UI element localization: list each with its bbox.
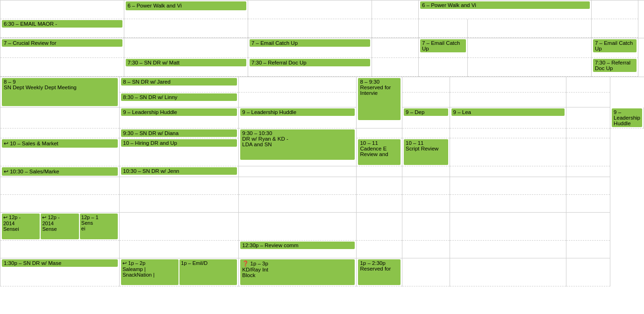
event-dr-ryan-kd[interactable]: 9:30 – 10:30DR w/ Ryan & KD -LDA and SN <box>240 129 355 160</box>
cell-e2c6 <box>450 194 566 212</box>
event-9-dep[interactable]: 9 – Dep <box>404 108 448 116</box>
event-sales-marke-2[interactable]: ↩ 10:30 – Sales/Marke <box>2 167 118 176</box>
table-row-8: 8 – 9SN Dept Weekly Dept Meeting 8 – SN … <box>0 77 644 93</box>
event-kd-ray[interactable]: ❓ 1p – 3pKD/Ray IntBlock <box>240 259 355 285</box>
cell-r8c7 <box>566 138 610 166</box>
event-referral-doc-1[interactable]: 7:30 – Referral Doc Up <box>250 59 370 66</box>
cell-sn-dr-jenn[interactable]: 10:30 – SN DR w/ Jenn <box>120 166 239 177</box>
cell-r9c4 <box>357 166 402 177</box>
cell-r1c2[interactable]: 6 – Power Walk and Vi <box>124 0 248 19</box>
cell-script-review[interactable]: 10 – 11Script Review <box>402 138 450 166</box>
event-leadership-huddle-1[interactable]: 9 – Leadership Huddle <box>121 108 237 116</box>
cell-sn-dept-weekly[interactable]: 8 – 9SN Dept Weekly Dept Meeting <box>0 77 120 107</box>
cell-r6c1 <box>0 107 120 128</box>
cell-r4c3[interactable]: 7:30 – Referral Doc Up <box>248 58 372 77</box>
event-sn-dr-jenn[interactable]: 10:30 – SN DR w/ Jenn <box>121 167 237 175</box>
cell-r2c6 <box>468 19 592 38</box>
cell-r12c2 <box>120 212 239 240</box>
cell-r1c1 <box>0 0 124 19</box>
cell-r1c4 <box>372 0 419 19</box>
cell-r3c4 <box>372 38 419 58</box>
cell-e1c4 <box>357 177 402 194</box>
cell-r4c7[interactable]: 7:30 – Referral Doc Up <box>592 58 638 77</box>
event-sn-dr-linny[interactable]: 8:30 – SN DR w/ Linny <box>121 93 237 101</box>
event-email-maor[interactable]: 6:30 – EMAIL MAOR - <box>2 20 122 28</box>
event-1p-saleamp[interactable]: ↩ 1p – 2pSaleamp |SnackNation | <box>121 259 179 285</box>
event-leadership-huddle-2[interactable]: 9 – Leadership Huddle <box>240 108 355 116</box>
cell-e2c4 <box>357 194 402 212</box>
cell-r3c5[interactable]: 7 – Email Catch Up <box>419 38 468 58</box>
event-script-review[interactable]: 10 – 11Script Review <box>404 139 448 165</box>
cell-9-lea[interactable]: 9 – Lea <box>450 107 566 128</box>
event-power-walk-2[interactable]: 6 – Power Walk and Vi <box>420 1 590 9</box>
event-12p-2014-sensei-2[interactable]: ↩ 12p -2014Sense <box>41 214 79 239</box>
cell-e2c7 <box>566 194 610 212</box>
event-power-walk-1[interactable]: 6 – Power Walk and Vi <box>126 1 246 10</box>
cell-sales-marke-2[interactable]: ↩ 10:30 – Sales/Marke <box>0 166 120 177</box>
table-row-12: ↩ 12p -2014Sensei ↩ 12p -2014Sense 12p –… <box>0 212 644 240</box>
cell-reserved-interview[interactable]: 8 – 9:30Reserved for Intervie <box>357 77 402 128</box>
cell-r4c1 <box>0 58 124 77</box>
cell-sn-dr-mase[interactable]: 1:30p – SN DR w/ Mase <box>0 258 120 286</box>
cell-sales-market[interactable]: ↩ 10 – Sales & Market <box>0 138 120 166</box>
cell-e2c3 <box>239 194 357 212</box>
event-email-catchup-1[interactable]: 7 – Email Catch Up <box>250 39 370 47</box>
event-email-catchup-3[interactable]: 7 – Email Catch Up <box>593 39 637 52</box>
cell-cadence-review[interactable]: 10 – 11Cadence EReview and <box>357 138 402 166</box>
event-1p-emil-d[interactable]: 1p – Emil/D <box>179 259 237 285</box>
cell-hiring-dr[interactable]: 10 – Hiring DR and Up <box>120 138 239 166</box>
event-12p-sensei-3[interactable]: 12p – 1Sensei <box>80 214 118 239</box>
cell-r3c1[interactable]: 7 – Crucial Review for <box>0 38 124 58</box>
cell-e1c2 <box>120 177 239 194</box>
event-hiring-dr[interactable]: 10 – Hiring DR and Up <box>121 139 237 147</box>
event-9-lea[interactable]: 9 – Lea <box>451 108 565 116</box>
cell-12p-sensei[interactable]: ↩ 12p -2014Sensei ↩ 12p -2014Sense 12p –… <box>0 212 120 240</box>
cell-sn-dr-diana[interactable]: 9:30 – SN DR w/ Diana <box>120 128 239 138</box>
cell-r9c3 <box>239 166 357 177</box>
cell-9-dep[interactable]: 9 – Dep <box>402 107 450 128</box>
event-sn-dr-matt[interactable]: 7:30 – SN DR w/ Matt <box>126 59 246 66</box>
cell-r1c5[interactable]: 6 – Power Walk and Vi <box>419 0 592 19</box>
cell-kd-ray[interactable]: ❓ 1p – 3pKD/Ray IntBlock <box>239 258 357 286</box>
cell-r5bc3 <box>239 92 357 107</box>
cell-r3c7[interactable]: 7 – Email Catch Up <box>592 38 638 58</box>
calendar-table-rowspan: 8 – 9SN Dept Weekly Dept Meeting 8 – SN … <box>0 77 644 286</box>
event-leadership-huddle-3[interactable]: 9 – Leadership Huddle <box>612 108 642 127</box>
event-sn-dr-jared[interactable]: 8 – SN DR w/ Jared <box>121 78 237 86</box>
cell-leadership-huddle-1[interactable]: 9 – Leadership Huddle <box>120 107 239 128</box>
event-crucial-review[interactable]: 7 – Crucial Review for <box>2 39 122 47</box>
cell-r3c3[interactable]: 7 – Email Catch Up <box>248 38 372 58</box>
cell-sn-dr-linny[interactable]: 8:30 – SN DR w/ Linny <box>120 92 239 107</box>
cell-r4c4 <box>372 58 419 77</box>
cell-e1c3 <box>239 177 357 194</box>
event-referral-doc-2[interactable]: 7:30 – Referral Doc Up <box>593 59 637 72</box>
cell-r5bc6 <box>450 92 566 107</box>
cell-e2c1 <box>0 194 120 212</box>
event-sn-dr-mase[interactable]: 1:30p – SN DR w/ Mase <box>2 259 118 267</box>
event-sales-market[interactable]: ↩ 10 – Sales & Market <box>2 139 118 148</box>
cell-r12bc1 <box>0 240 120 258</box>
cell-leadership-huddle-2[interactable]: 9 – Leadership Huddle <box>239 107 357 128</box>
event-reserved-block[interactable]: 1p – 2:30pReserved for <box>358 259 401 285</box>
event-reserved-interview[interactable]: 8 – 9:30Reserved for Intervie <box>358 78 401 120</box>
table-row-1230: 12:30p – Review comm <box>0 240 644 258</box>
cell-leadership-huddle-3[interactable]: 9 – Leadership Huddle <box>610 107 644 128</box>
event-sn-dr-diana[interactable]: 9:30 – SN DR w/ Diana <box>121 129 237 137</box>
event-sn-dept-weekly[interactable]: 8 – 9SN Dept Weekly Dept Meeting <box>2 78 118 106</box>
cell-sn-dr-jared[interactable]: 8 – SN DR w/ Jared <box>120 77 239 93</box>
cell-r12bc6 <box>450 240 566 258</box>
event-12p-2014-sensei-1[interactable]: ↩ 12p -2014Sensei <box>2 214 40 239</box>
cell-r2c1[interactable]: 6:30 – EMAIL MAOR - <box>0 19 124 38</box>
cell-r9c5 <box>402 166 450 177</box>
cell-r12c4 <box>357 212 402 240</box>
event-review-comm[interactable]: 12:30p – Review comm <box>240 242 355 249</box>
cell-review-comm[interactable]: 12:30p – Review comm <box>239 240 357 258</box>
event-email-catchup-2[interactable]: 7 – Email Catch Up <box>420 39 466 52</box>
table-row-empty2 <box>0 194 644 212</box>
cell-1p-2p-col[interactable]: ↩ 1p – 2pSaleamp |SnackNation | 1p – Emi… <box>120 258 239 286</box>
cell-dr-ryan-kd[interactable]: 9:30 – 10:30DR w/ Ryan & KD -LDA and SN <box>239 128 357 166</box>
cell-e2c2 <box>120 194 239 212</box>
event-cadence-review[interactable]: 10 – 11Cadence EReview and <box>358 139 401 165</box>
cell-reserved-block[interactable]: 1p – 2:30pReserved for <box>357 258 402 286</box>
cell-r4c2[interactable]: 7:30 – SN DR w/ Matt <box>124 58 248 77</box>
